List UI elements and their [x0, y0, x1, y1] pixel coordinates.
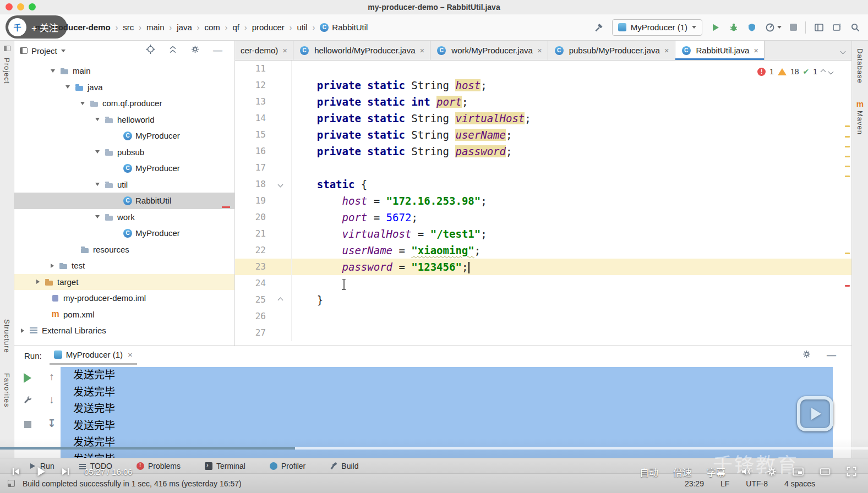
line-number[interactable]: 17	[235, 160, 269, 176]
tab-close-icon[interactable]: ×	[537, 46, 542, 55]
code-line[interactable]: 20 port = 5672;	[235, 209, 851, 226]
build-hammer-icon[interactable]	[594, 23, 604, 32]
tab-close-icon[interactable]: ×	[754, 46, 758, 55]
chevron-right-icon[interactable]	[21, 328, 24, 333]
code-text[interactable]: private static String userName;	[291, 127, 851, 143]
editor[interactable]: 1112 private static String host;13 priva…	[235, 61, 851, 346]
line-number[interactable]: 15	[235, 127, 269, 143]
up-stacktrace-icon[interactable]: ↑	[45, 370, 58, 384]
search-everywhere-icon[interactable]	[850, 23, 860, 32]
previous-video-button[interactable]	[11, 467, 21, 476]
video-progress-bar[interactable]	[0, 447, 868, 450]
line-number[interactable]: 19	[235, 193, 269, 209]
coverage-button[interactable]	[747, 23, 757, 32]
line-number[interactable]: 13	[235, 94, 269, 110]
line-number[interactable]: 11	[235, 61, 269, 77]
project-tree-item[interactable]: CMyProducer	[14, 225, 234, 242]
project-tree-item[interactable]: pubsub	[14, 144, 234, 161]
code-text[interactable]: virtualHost = "/test1";	[291, 226, 851, 242]
run-button[interactable]	[711, 23, 720, 32]
line-number[interactable]: 16	[235, 143, 269, 160]
editor-tab[interactable]: Cwork/MyProducer.java×	[430, 41, 548, 60]
volume-icon[interactable]	[740, 466, 751, 477]
chevron-down-icon[interactable]	[95, 150, 100, 154]
stop-button[interactable]	[21, 418, 34, 431]
warning-stripe-mark[interactable]	[845, 176, 850, 177]
code-area[interactable]: 1112 private static String host;13 priva…	[235, 61, 851, 341]
breadcrumb-item[interactable]: producer	[251, 23, 286, 32]
subtitle-button[interactable]: 字幕	[707, 465, 725, 479]
chevron-down-icon[interactable]	[61, 50, 65, 52]
chevron-down-icon[interactable]	[95, 183, 100, 186]
chevron-right-icon[interactable]	[36, 280, 40, 284]
hidden-tabs-chevron-icon[interactable]	[841, 46, 845, 56]
chevron-right-icon[interactable]	[51, 264, 54, 268]
settings-wrench-icon[interactable]	[21, 393, 34, 407]
collapse-all-icon[interactable]	[168, 45, 177, 57]
gear-icon[interactable]	[802, 349, 811, 361]
line-number[interactable]: 20	[235, 209, 269, 226]
window-switcher-icon[interactable]: 2	[832, 23, 842, 32]
code-text[interactable]	[291, 308, 851, 325]
run-console[interactable]: 发送完毕发送完毕发送完毕发送完毕发送完毕发送完毕	[61, 365, 851, 458]
close-window-button[interactable]	[6, 3, 13, 10]
project-panel-title[interactable]: Project	[31, 46, 57, 56]
code-line[interactable]: 27	[235, 325, 851, 341]
project-tree-item[interactable]: main	[14, 63, 234, 79]
code-text[interactable]: host = "172.16.253.98";	[291, 193, 851, 209]
code-line[interactable]: 17	[235, 160, 851, 176]
chevron-down-icon[interactable]	[65, 85, 70, 89]
project-tree-item[interactable]: helloworld	[14, 112, 234, 128]
editor-tab[interactable]: cer-demo)×	[235, 41, 293, 60]
play-button[interactable]	[35, 465, 47, 478]
hide-panel-icon[interactable]: —	[213, 45, 222, 56]
line-number[interactable]: 12	[235, 77, 269, 94]
project-tree-item[interactable]: CRabbitUtil	[14, 193, 234, 209]
project-tree-item[interactable]: resources	[14, 242, 234, 258]
breadcrumb-item[interactable]: java	[176, 23, 193, 32]
breadcrumb-item[interactable]: main	[145, 23, 166, 32]
next-video-button[interactable]	[61, 467, 70, 476]
stripe-favorites-label[interactable]: Favorites	[3, 373, 11, 407]
code-line[interactable]: 16 private static String password;	[235, 143, 851, 160]
project-tree-item[interactable]: External Libraries	[14, 322, 234, 339]
code-text[interactable]	[291, 275, 851, 292]
console-line[interactable]: 发送完毕	[61, 367, 833, 384]
warning-stripe-mark[interactable]	[845, 253, 850, 254]
code-text[interactable]: private static String password;	[291, 143, 851, 160]
profiler-button[interactable]	[765, 23, 782, 32]
stripe-database-label[interactable]: Database	[856, 48, 864, 84]
scroll-to-end-icon[interactable]: ↧	[45, 417, 58, 430]
chevron-down-icon[interactable]	[95, 215, 100, 218]
rerun-button[interactable]	[21, 371, 34, 385]
code-text[interactable]: private static String virtualHost;	[291, 110, 851, 127]
code-line[interactable]: 19 host = "172.16.253.98";	[235, 193, 851, 209]
error-stripe-mark[interactable]	[845, 285, 850, 287]
code-line[interactable]: 23 password = "123456";	[235, 259, 851, 275]
project-tree-item[interactable]: java	[14, 79, 234, 96]
code-line[interactable]: 26	[235, 308, 851, 325]
code-text[interactable]	[291, 160, 851, 176]
previous-problem-icon[interactable]	[821, 69, 826, 74]
code-text[interactable]: }	[291, 292, 851, 308]
player-settings-gear-icon[interactable]	[766, 466, 777, 477]
code-line[interactable]: 14 private static String virtualHost;	[235, 110, 851, 127]
warning-stripe-mark[interactable]	[845, 136, 850, 138]
tab-close-icon[interactable]: ×	[128, 350, 133, 359]
tab-close-icon[interactable]: ×	[282, 46, 287, 55]
warning-stripe-mark[interactable]	[845, 125, 850, 127]
project-tree-item[interactable]: CMyProducer	[14, 128, 234, 144]
stripe-maven-label[interactable]: Maven	[856, 111, 864, 135]
breadcrumb-item[interactable]: RabbitUtil	[331, 23, 369, 32]
tv-cast-button[interactable]	[797, 396, 833, 431]
zoom-window-button[interactable]	[29, 3, 36, 10]
fold-indicator[interactable]	[269, 292, 291, 308]
project-tree-item[interactable]: com.qf.producer	[14, 95, 234, 112]
run-tab[interactable]: MyProducer (1) ×	[50, 346, 137, 365]
editor-tab[interactable]: Chelloworld/MyProducer.java×	[293, 41, 430, 60]
code-line[interactable]: 13 private static int port;	[235, 94, 851, 110]
breadcrumb-item[interactable]: util	[296, 23, 309, 32]
code-text[interactable]: private static int port;	[291, 94, 851, 110]
line-number[interactable]: 14	[235, 110, 269, 127]
code-line[interactable]: 21 virtualHost = "/test1";	[235, 226, 851, 242]
